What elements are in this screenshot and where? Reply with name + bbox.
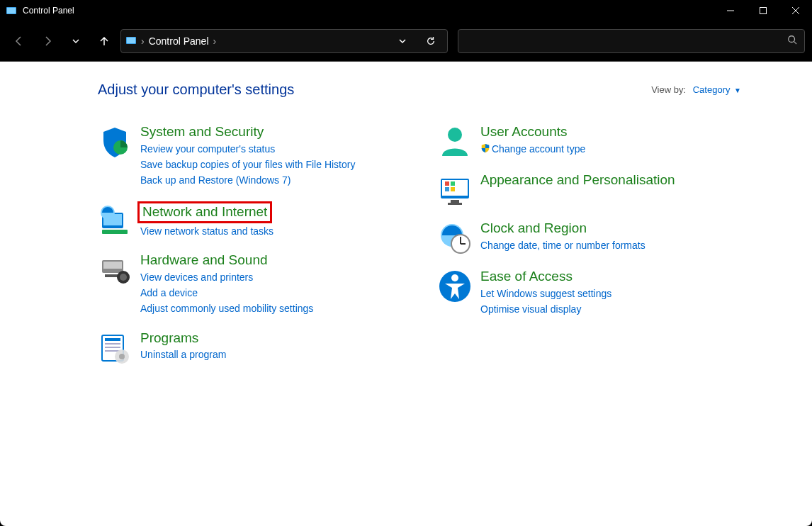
titlebar: Control Panel [0,0,812,21]
category-ease-access: Ease of AccessLet Windows suggest settin… [438,268,750,317]
svg-point-26 [119,354,125,359]
svg-point-19 [120,274,127,281]
svg-rect-31 [448,203,462,205]
category-title-appearance[interactable]: Appearance and Personalisation [480,172,675,189]
shield-icon [480,142,490,157]
svg-rect-34 [445,187,449,191]
window-controls [714,0,812,21]
forward-button[interactable] [35,29,60,53]
category-title-ease-access[interactable]: Ease of Access [480,268,573,286]
sublink[interactable]: View network status and tasks [140,223,410,239]
category-title-user-accounts[interactable]: User Accounts [480,123,568,141]
svg-rect-17 [105,274,118,277]
svg-rect-7 [127,38,135,43]
refresh-button[interactable] [419,29,443,53]
sublink[interactable]: Change date, time or number formats [480,237,750,253]
sublink[interactable]: Let Windows suggest settings [480,286,750,301]
svg-rect-35 [451,187,455,191]
chevron-down-icon: ▼ [734,86,741,94]
svg-rect-23 [105,347,120,348]
svg-rect-30 [451,200,459,203]
sublink[interactable]: Adjust commonly used mobility settings [140,301,410,316]
user-accounts-icon [438,123,480,159]
control-panel-icon [6,5,17,16]
programs-icon [98,330,140,365]
svg-rect-33 [451,181,455,186]
sublink[interactable]: Save backup copies of your files with Fi… [140,157,410,172]
search-box[interactable] [458,29,805,53]
category-user-accounts: User AccountsChange account type [438,123,750,159]
category-title-hardware-sound[interactable]: Hardware and Sound [140,252,268,269]
window-title: Control Panel [23,6,74,16]
address-dropdown[interactable] [390,29,415,53]
ease-access-icon [438,268,480,317]
category-system-security: System and SecurityReview your computer'… [98,123,410,189]
maximize-button[interactable] [747,0,779,21]
hardware-sound-icon [98,252,140,317]
category-title-programs[interactable]: Programs [140,330,198,347]
content-area: Adjust your computer's settings View by:… [0,61,812,526]
right-column: User AccountsChange account typeAppearan… [438,123,750,378]
address-bar[interactable]: › Control Panel › [120,29,448,53]
category-clock-region: Clock and RegionChange date, time or num… [438,220,750,255]
breadcrumb-separator: › [213,35,217,47]
up-button[interactable] [92,29,116,53]
clock-region-icon [438,220,480,255]
network-internet-icon [98,201,140,239]
sublink[interactable]: Review your computer's status [140,141,410,157]
svg-rect-21 [105,338,120,341]
page-heading: Adjust your computer's settings [98,82,294,98]
navbar: › Control Panel › [0,21,812,61]
svg-rect-3 [760,8,767,14]
breadcrumb-item[interactable]: Control Panel [149,35,209,47]
view-by-value: Category [693,84,731,95]
svg-rect-32 [445,181,449,186]
appearance-icon [438,172,480,207]
search-icon [787,35,797,47]
minimize-button[interactable] [714,0,747,21]
svg-point-41 [451,274,458,281]
category-appearance: Appearance and Personalisation [438,172,750,207]
category-network-internet: Network and InternetView network status … [98,201,410,239]
svg-point-8 [789,36,795,43]
breadcrumb-separator: › [141,35,145,47]
sublink[interactable]: Change account type [480,141,750,157]
system-security-icon [98,123,140,189]
category-title-system-security[interactable]: System and Security [140,123,264,141]
svg-rect-14 [102,230,128,234]
svg-rect-1 [7,8,16,13]
view-by-label: View by: [651,84,686,95]
sublink[interactable]: View devices and printers [140,269,410,285]
left-column: System and SecurityReview your computer'… [98,123,410,378]
svg-rect-16 [103,262,122,269]
sublink[interactable]: Uninstall a program [140,347,410,362]
category-title-clock-region[interactable]: Clock and Region [480,220,587,237]
category-hardware-sound: Hardware and SoundView devices and print… [98,252,410,317]
svg-point-27 [448,128,462,142]
back-button[interactable] [7,29,31,53]
sublink[interactable]: Add a device [140,285,410,301]
category-programs: ProgramsUninstall a program [98,330,410,365]
control-panel-icon [125,35,137,48]
recent-dropdown[interactable] [64,29,88,53]
category-title-network-internet[interactable]: Network and Internet [137,201,272,223]
sublink[interactable]: Back up and Restore (Windows 7) [140,172,410,188]
svg-line-9 [794,42,797,45]
sublink[interactable]: Optimise visual display [480,301,750,317]
view-by-control[interactable]: View by: Category ▼ [651,84,741,95]
close-button[interactable] [779,0,812,21]
svg-rect-22 [105,343,120,345]
